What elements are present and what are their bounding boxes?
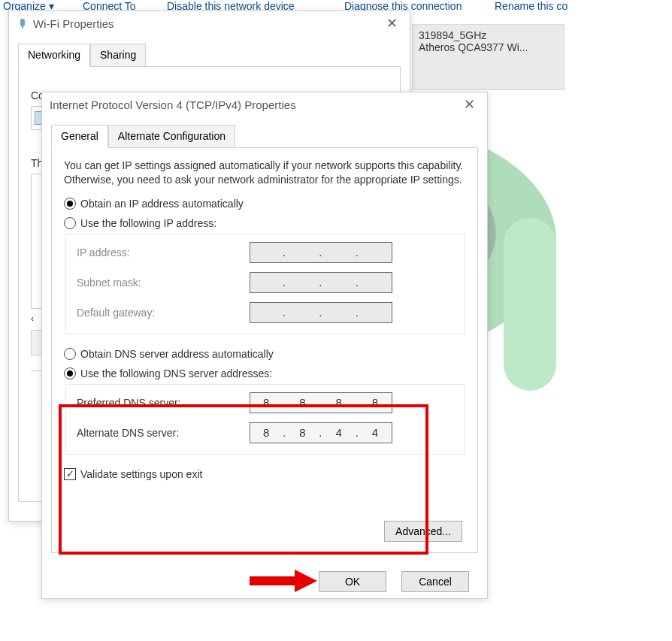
adapter-device: Atheros QCA9377 Wi... — [419, 41, 558, 53]
tab-sharing[interactable]: Sharing — [90, 44, 146, 67]
subnet-mask-label: Subnet mask: — [77, 277, 250, 289]
radio-icon — [64, 367, 76, 379]
dns-auto-label: Obtain DNS server address automatically — [80, 348, 274, 360]
ip-auto-label: Obtain an IP address automatically — [80, 198, 244, 210]
advanced-button[interactable]: Advanced... — [384, 521, 462, 542]
dialog-buttons: OK Cancel — [42, 562, 487, 604]
radio-icon — [64, 217, 76, 229]
ip-manual-label: Use the following IP address: — [80, 217, 216, 229]
ip-manual-radio[interactable]: Use the following IP address: — [64, 217, 465, 229]
dns-manual-radio[interactable]: Use the following DNS server addresses: — [64, 367, 465, 379]
wifi-tabs: Networking Sharing — [9, 43, 410, 66]
close-icon[interactable]: ✕ — [382, 14, 402, 33]
preferred-dns-input[interactable]: 8. 8. 8. 8 — [250, 392, 392, 413]
ip-address-input: ... — [250, 242, 392, 263]
checkbox-icon: ✓ — [64, 468, 76, 480]
validate-label: Validate settings upon exit — [80, 468, 202, 480]
default-gateway-label: Default gateway: — [77, 307, 250, 319]
adapter-ssid: 319894_5GHz — [419, 29, 558, 41]
ok-button[interactable]: OK — [319, 571, 386, 592]
alternate-dns-label: Alternate DNS server: — [77, 427, 250, 439]
cancel-button[interactable]: Cancel — [401, 571, 469, 592]
ip-auto-radio[interactable]: Obtain an IP address automatically — [64, 198, 465, 210]
ipv4-tabs: General Alternate Configuration — [42, 124, 487, 147]
svg-rect-11 — [504, 218, 556, 391]
dns-settings-group: Preferred DNS server: 8. 8. 8. 8 Alterna… — [65, 384, 465, 455]
validate-checkbox[interactable]: ✓ Validate settings upon exit — [64, 468, 465, 480]
ipv4-dialog-title: Internet Protocol Version 4 (TCP/IPv4) P… — [50, 98, 296, 111]
rename-link[interactable]: Rename this co — [495, 0, 577, 14]
dns-manual-label: Use the following DNS server addresses: — [80, 367, 272, 379]
network-adapter-tile[interactable]: 319894_5GHz Atheros QCA9377 Wi... — [412, 24, 565, 90]
tab-networking[interactable]: Networking — [18, 44, 90, 67]
alternate-dns-input[interactable]: 8. 8. 4. 4 — [250, 422, 392, 443]
ip-address-label: IP address: — [77, 246, 250, 259]
wifi-adapter-icon — [17, 17, 29, 29]
tab-general[interactable]: General — [51, 125, 108, 148]
ipv4-properties-dialog: Internet Protocol Version 4 (TCP/IPv4) P… — [41, 92, 488, 599]
wifi-dialog-title: Wi-Fi Properties — [33, 17, 114, 30]
ip-settings-group: IP address: ... Subnet mask: ... Default… — [65, 234, 465, 334]
default-gateway-input: ... — [250, 302, 392, 323]
ipv4-description: You can get IP settings assigned automat… — [64, 159, 465, 187]
subnet-mask-input: ... — [250, 272, 392, 293]
scroll-left-icon[interactable]: ‹ — [31, 313, 34, 324]
tab-alternate-config[interactable]: Alternate Configuration — [108, 125, 235, 148]
dns-auto-radio[interactable]: Obtain DNS server address automatically — [64, 348, 465, 360]
close-icon[interactable]: ✕ — [459, 95, 480, 114]
svg-rect-14 — [20, 19, 25, 26]
radio-icon — [64, 198, 76, 210]
svg-rect-15 — [22, 26, 23, 29]
radio-icon — [64, 348, 76, 360]
preferred-dns-label: Preferred DNS server: — [77, 397, 250, 409]
